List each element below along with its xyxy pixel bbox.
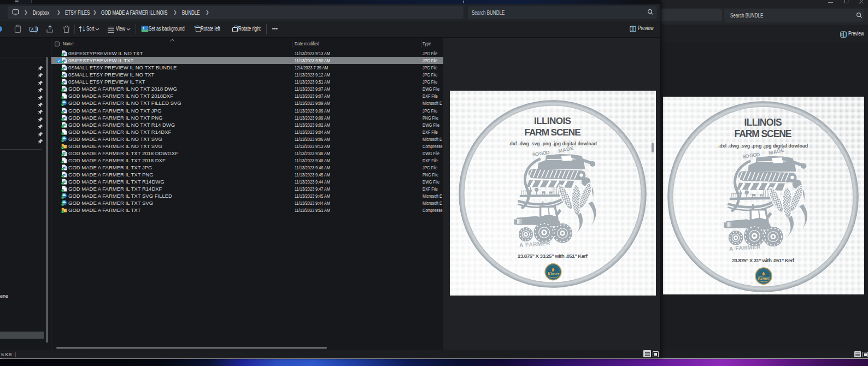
svg-text:23.875” X 33.25” with .051” Ke: 23.875” X 33.25” with .051” Kerf — [518, 253, 588, 259]
svg-text:23.875” X 31” with .051” Kerf: 23.875” X 31” with .051” Kerf — [732, 257, 795, 263]
svg-text:A: A — [31, 27, 34, 31]
